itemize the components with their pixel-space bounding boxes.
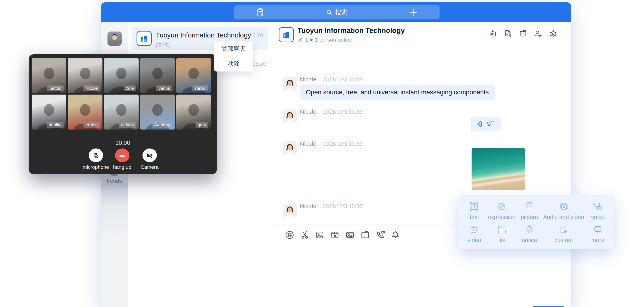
message-text: Open source, free, and universal instant… — [306, 89, 489, 96]
chat-header-actions — [488, 29, 558, 38]
conversation-time: 15:20 — [249, 32, 263, 39]
menu-item-pin-chat[interactable]: 置顶聊天 — [214, 41, 254, 56]
voice-wave-icon — [476, 120, 484, 128]
chat-panel: Tuoyun Information Technology 1 1 person… — [272, 22, 571, 307]
member-count: 1 — [305, 36, 308, 43]
members-icon — [298, 37, 303, 42]
participant-name: patton — [47, 85, 64, 91]
menu-item-remove[interactable]: 移除 — [214, 56, 254, 72]
conversation-time: 15:20 — [252, 61, 266, 67]
sender-name: Nicole — [300, 203, 316, 210]
panel-item-label: notice — [522, 237, 537, 244]
panel-item-file[interactable]: file — [488, 222, 516, 245]
participant-name: aldrich — [119, 122, 136, 128]
chat-title: Tuoyun Information Technology — [298, 26, 405, 35]
panel-item-more[interactable]: more — [584, 222, 612, 245]
video-tile: danika — [32, 95, 66, 129]
panel-item-label: Audio and video — [543, 214, 584, 220]
camera-control: Camera — [135, 148, 164, 170]
panel-item-picture[interactable]: picture — [516, 199, 543, 222]
custom-icon — [558, 224, 569, 235]
image-message[interactable] — [472, 148, 525, 190]
files-icon[interactable] — [518, 29, 528, 38]
top-bar: 搜索 — [101, 2, 571, 22]
settings-gear-icon[interactable] — [549, 29, 558, 38]
hangup-button[interactable] — [115, 148, 130, 162]
participant-name: danika — [47, 122, 64, 128]
hangup-control: hang up — [108, 148, 136, 170]
sender-avatar — [283, 109, 297, 123]
participant-name: zoie — [124, 85, 136, 91]
video-tile: Nicole — [68, 58, 102, 93]
panel-item-expression[interactable]: expression — [488, 199, 516, 222]
panel-item-label: video — [468, 237, 481, 244]
sender-name: Nicole — [300, 76, 316, 83]
my-avatar[interactable] — [108, 31, 122, 46]
picture-icon — [524, 201, 535, 212]
search-bar[interactable]: 搜索 — [234, 5, 440, 19]
add-icon[interactable] — [410, 8, 418, 16]
panel-item-label: custom — [554, 237, 573, 244]
video-grid: pattonNicolezoievenusstellardanikaernest… — [32, 58, 211, 129]
video-tile: Anthony — [140, 95, 175, 129]
panel-item-label: text — [470, 214, 479, 220]
conversation-context-menu: 置顶聊天 移除 — [214, 41, 254, 71]
video-clip-icon[interactable] — [330, 230, 340, 240]
conversation-title: Tuoyun Information Technology — [156, 31, 251, 39]
image-icon[interactable] — [315, 230, 325, 240]
video-tile: ernest — [68, 95, 102, 129]
video-call-icon[interactable] — [375, 230, 385, 240]
message-input[interactable]: sending — [272, 245, 571, 307]
panel-item-video[interactable]: video — [460, 222, 488, 245]
online-status: 1 person online — [315, 36, 352, 43]
building-icon — [140, 34, 148, 43]
chat-subtitle: 1 1 person online — [298, 36, 352, 43]
panel-item-label: expression — [488, 214, 516, 220]
panel-item-text[interactable]: text — [460, 199, 488, 222]
screenshot-icon[interactable] — [300, 230, 310, 240]
chat-header: Tuoyun Information Technology 1 1 person… — [272, 22, 571, 46]
text-icon — [468, 201, 480, 212]
panel-item-custom[interactable]: custom — [543, 222, 584, 245]
folder-icon[interactable] — [360, 230, 370, 240]
search-placeholder: 搜索 — [335, 8, 348, 17]
file-icon — [496, 224, 508, 235]
message-time: 2021/12/3 10:33 — [323, 76, 362, 83]
participant-name: gary — [196, 122, 208, 128]
panel-item-notice[interactable]: notice — [516, 222, 543, 245]
more-icon — [592, 224, 604, 235]
send-button[interactable]: sending — [532, 306, 564, 307]
sender-name: Nicole — [300, 108, 316, 115]
control-label: Camera — [135, 164, 164, 170]
group-avatar — [279, 27, 294, 42]
message-time: 2021/12/3 10:33 — [323, 109, 362, 115]
message-type-panel: text expression picture Audio and video — [458, 195, 614, 249]
text-message-bubble[interactable]: Open source, free, and universal instant… — [300, 84, 495, 100]
video-tile: stellar — [176, 58, 211, 93]
panel-item-label: file — [498, 237, 506, 244]
notification-bell-icon[interactable] — [390, 230, 400, 240]
video-tile: gary — [176, 95, 211, 129]
panel-item-voice[interactable]: voice — [584, 199, 612, 222]
contact-card-icon[interactable] — [345, 230, 355, 240]
microphone-control: microphone — [82, 148, 110, 170]
conversation-last-message: [文件] — [156, 41, 170, 48]
panel-item-label: more — [592, 237, 604, 244]
pinboard-icon[interactable] — [488, 29, 498, 38]
search-icon — [326, 9, 333, 16]
participant-name: Anthony — [152, 122, 172, 128]
search-field[interactable]: 搜索 — [234, 5, 440, 19]
emoji-icon[interactable] — [285, 230, 294, 240]
call-timer: 10:00 — [29, 139, 217, 146]
voice-message-bubble[interactable]: 9`` — [471, 117, 501, 131]
panel-item-audio-video[interactable]: Audio and video — [543, 199, 584, 222]
building-icon — [282, 30, 291, 39]
voice-icon — [592, 201, 604, 212]
expression-icon — [496, 201, 508, 212]
sender-avatar — [283, 141, 297, 155]
panel-item-label: picture — [521, 214, 538, 220]
add-member-icon[interactable] — [534, 29, 543, 38]
chat-record-search-icon[interactable] — [503, 29, 512, 38]
camera-button[interactable] — [142, 148, 157, 162]
microphone-button[interactable] — [89, 148, 103, 162]
